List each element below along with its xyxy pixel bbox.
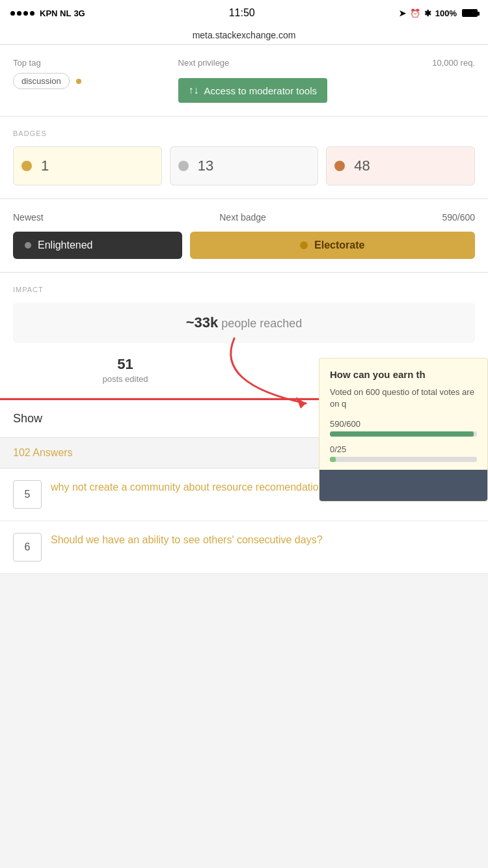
progress-bar-2-bg [330, 457, 477, 462]
impact-reached-box: ~33k people reached [13, 303, 475, 343]
gold-badge-dot [21, 161, 32, 171]
answer-item-2: 6 Should we have an ability to see other… [0, 521, 488, 574]
top-stats-section: Top tag discussion Next privilege 10,000… [0, 45, 488, 116]
posts-edited-count: 51 [13, 356, 237, 373]
progress-bar-1-fill [330, 431, 474, 437]
impact-section-label: IMPACT [13, 286, 475, 293]
progress-group-2: 0/25 [330, 444, 477, 462]
newest-header: Newest Next badge 590/600 [13, 212, 475, 223]
alarm-icon: ⏰ [410, 8, 420, 18]
gold-badge-card[interactable]: 1 [13, 146, 162, 185]
tooltip-title: How can you earn th [330, 369, 477, 380]
show-label: Show [13, 412, 42, 425]
url-bar[interactable]: meta.stackexchange.com [0, 26, 488, 45]
url-text: meta.stackexchange.com [193, 30, 296, 40]
progress-1-label: 590/600 [330, 419, 477, 429]
newest-label: Newest [13, 212, 44, 223]
newest-badge-dot [25, 242, 31, 249]
top-tag-section: Top tag discussion [13, 58, 178, 89]
vote-count-2: 6 [25, 541, 31, 553]
newest-badge-section: Newest Next badge 590/600 Enlightened El… [0, 199, 488, 273]
priv-icon: ↑↓ [189, 85, 199, 96]
silver-badge-dot [178, 161, 189, 171]
battery-icon [462, 9, 478, 17]
next-badge-display[interactable]: Electorate [190, 232, 475, 259]
next-badge-count: 590/600 [442, 212, 475, 223]
badges-row: 1 13 48 [13, 146, 475, 185]
next-badge-dot [300, 241, 308, 249]
impact-num: ~33k [186, 314, 219, 331]
time-display: 11:50 [229, 7, 255, 19]
badges-section-label: BADGES [13, 129, 475, 137]
privilege-button[interactable]: ↑↓ Access to moderator tools [178, 78, 327, 103]
carrier-label: KPN NL [40, 8, 71, 18]
tooltip-bottom-bar [319, 470, 487, 501]
signal-type-label: 3G [74, 8, 85, 18]
status-right: ➤ ⏰ ✱ 100% [399, 8, 478, 18]
next-priv-header: Next privilege 10,000 req. [178, 58, 475, 73]
next-badge-label: Next badge [219, 212, 266, 223]
status-bar: KPN NL 3G 11:50 ➤ ⏰ ✱ 100% [0, 0, 488, 26]
privilege-name: Access to moderator tools [204, 85, 317, 96]
vote-box-1[interactable]: 5 [13, 480, 42, 509]
top-tag-label: Top tag [13, 58, 178, 68]
answers-count: 102 Answers [13, 447, 73, 459]
answer-text-2[interactable]: Should we have an ability to see others'… [51, 533, 323, 562]
silver-badge-card[interactable]: 13 [170, 146, 319, 185]
bronze-badge-dot [334, 161, 345, 171]
badges-section: BADGES 1 13 48 [0, 116, 488, 199]
bronze-badge-count: 48 [354, 157, 370, 174]
answer-text-1[interactable]: why not create a community about resourc… [51, 480, 336, 509]
priv-req-label: 10,000 req. [432, 58, 475, 73]
signal-dots [10, 11, 34, 16]
tooltip-description: Voted on 600 questio of total votes are … [330, 387, 477, 410]
newest-badge-display[interactable]: Enlightened [13, 232, 182, 259]
silver-badge-count: 13 [198, 157, 213, 174]
tag-dot [76, 79, 81, 84]
vote-box-2[interactable]: 6 [13, 533, 42, 562]
progress-bar-1-bg [330, 431, 477, 437]
badge-display-row: Enlightened Electorate [13, 232, 475, 259]
posts-edited-stat: 51 posts edited [13, 356, 237, 385]
location-icon: ➤ [399, 8, 406, 18]
progress-bar-2-fill [330, 457, 336, 462]
progress-2-label: 0/25 [330, 444, 477, 454]
next-badge-name: Electorate [314, 239, 364, 251]
next-privilege-section: Next privilege 10,000 req. ↑↓ Access to … [178, 58, 475, 103]
status-left: KPN NL 3G [10, 8, 85, 18]
bronze-badge-card[interactable]: 48 [326, 146, 475, 185]
posts-edited-label: posts edited [102, 374, 148, 384]
top-tag-pill[interactable]: discussion [13, 73, 70, 89]
bluetooth-icon: ✱ [424, 8, 431, 18]
newest-badge-name: Enlightened [38, 239, 93, 251]
gold-badge-count: 1 [41, 157, 49, 174]
vote-count-1: 5 [25, 489, 31, 500]
tooltip-popup: How can you earn th Voted on 600 questio… [319, 358, 488, 502]
progress-group-1: 590/600 [330, 419, 477, 437]
battery-label: 100% [435, 8, 457, 18]
next-privilege-label: Next privilege [178, 58, 230, 68]
